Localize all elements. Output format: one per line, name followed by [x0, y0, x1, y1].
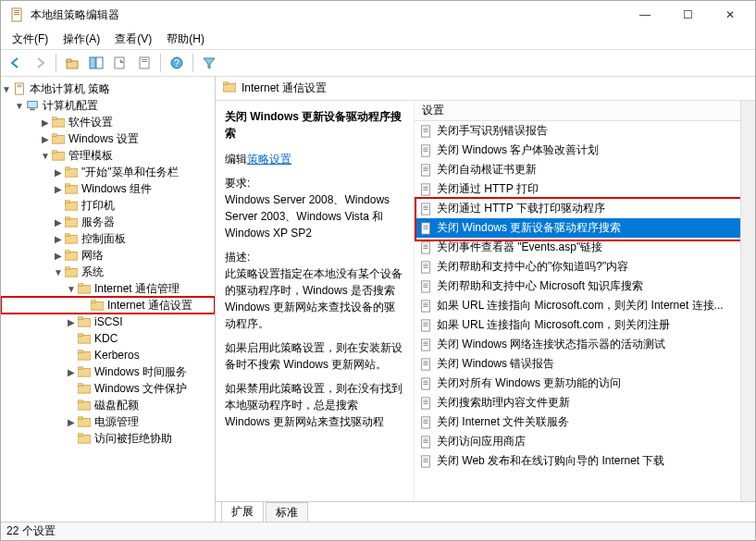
policy-icon — [418, 415, 433, 430]
tree-node[interactable]: ▶控制面板 — [1, 230, 215, 247]
expand-icon[interactable]: ▶ — [53, 234, 64, 244]
properties-button[interactable] — [133, 52, 155, 74]
setting-row[interactable]: 如果 URL 连接指向 Microsoft.com，则关闭 Internet 连… — [415, 296, 755, 315]
setting-row[interactable]: 关闭 Windows 更新设备驱动程序搜索 — [415, 218, 755, 238]
help-button[interactable]: ? — [166, 52, 188, 74]
filter-button[interactable] — [198, 52, 220, 74]
setting-row[interactable]: 关闭 Web 发布和在线订购向导的 Internet 下载 — [415, 451, 755, 471]
tree-node[interactable]: KDC — [1, 330, 215, 347]
tree-node[interactable]: ▶网络 — [1, 247, 215, 264]
expand-icon[interactable]: ▶ — [53, 167, 64, 178]
menu-item[interactable]: 帮助(H) — [161, 30, 210, 49]
tree-node-label: KDC — [94, 332, 118, 345]
setting-row[interactable]: 关闭自动根证书更新 — [415, 160, 755, 179]
expand-icon[interactable]: ▶ — [66, 417, 77, 427]
expand-icon[interactable]: ▶ — [66, 367, 77, 377]
tree-node[interactable]: ▼计算机配置 — [1, 97, 215, 114]
svg-rect-68 — [423, 151, 428, 152]
tree-node[interactable]: Windows 文件保护 — [1, 380, 215, 397]
setting-row[interactable]: 关闭搜索助理内容文件更新 — [415, 393, 755, 412]
tree-pane[interactable]: ▼本地计算机 策略▼计算机配置▶软件设置▶Windows 设置▼管理模板▶"开始… — [1, 77, 216, 522]
maximize-button[interactable]: ☐ — [666, 1, 709, 29]
tree-node[interactable]: Kerberos — [1, 347, 215, 363]
expand-icon[interactable]: ▶ — [53, 251, 64, 261]
minimize-button[interactable]: — — [624, 1, 666, 29]
expand-icon[interactable]: ▶ — [40, 134, 51, 144]
tree-node-label: iSCSI — [94, 315, 123, 328]
tree-node[interactable]: ▶Windows 组件 — [1, 180, 215, 197]
menu-item[interactable]: 文件(F) — [6, 30, 54, 49]
svg-rect-130 — [423, 458, 428, 459]
svg-rect-83 — [423, 227, 428, 227]
tree-node[interactable]: ▼Internet 通信管理 — [1, 280, 215, 297]
expand-icon[interactable]: ▶ — [66, 317, 77, 327]
tree-node[interactable]: ▼本地计算机 策略 — [1, 80, 215, 97]
svg-rect-49 — [78, 369, 91, 377]
tree-node[interactable]: 磁盘配额 — [1, 397, 215, 413]
edit-policy-link[interactable]: 策略设置 — [247, 153, 291, 166]
setting-row[interactable]: 关闭事件查看器 "Events.asp"链接 — [415, 238, 755, 257]
toolbar: ? — [1, 49, 755, 77]
setting-row[interactable]: 关闭通过 HTTP 打印 — [415, 179, 755, 199]
setting-row[interactable]: 关闭帮助和支持中心 Microsoft 知识库搜索 — [415, 277, 755, 296]
expand-icon[interactable]: ▶ — [53, 217, 64, 227]
tree-node[interactable]: ▶服务器 — [1, 214, 215, 230]
setting-row[interactable]: 关闭手写识别错误报告 — [415, 121, 755, 141]
show-hide-tree-button[interactable] — [85, 52, 107, 74]
up-button[interactable] — [61, 52, 83, 74]
forward-button[interactable] — [29, 52, 51, 74]
tree-node[interactable]: ▶电源管理 — [1, 413, 215, 430]
tree-node[interactable]: ▼管理模板 — [1, 147, 215, 164]
folder-icon — [77, 349, 92, 362]
menu-item[interactable]: 操作(A) — [57, 30, 105, 49]
tab-extended[interactable]: 扩展 — [221, 501, 264, 522]
tab-standard[interactable]: 标准 — [266, 502, 308, 522]
settings-column-header[interactable]: 设置 — [415, 101, 755, 121]
description-text-3: 如果禁用此策略设置，则在没有找到本地驱动程序时，总是搜索 Windows 更新网… — [225, 380, 404, 430]
vertical-scrollbar[interactable] — [740, 101, 755, 501]
export-list-button[interactable] — [109, 52, 131, 74]
tree-node-label: Kerberos — [94, 349, 140, 362]
setting-row[interactable]: 如果 URL 连接指向 Microsoft.com，则关闭注册 — [415, 315, 755, 335]
setting-row[interactable]: 关闭通过 HTTP 下载打印驱动程序 — [415, 199, 755, 218]
svg-rect-96 — [423, 287, 428, 288]
expand-icon[interactable]: ▶ — [40, 117, 51, 128]
policy-icon — [418, 299, 433, 314]
tree-node[interactable]: ▶Windows 时间服务 — [1, 363, 215, 380]
collapse-icon[interactable]: ▼ — [1, 84, 12, 94]
tree-node[interactable]: ▼系统 — [1, 264, 215, 280]
tree-node[interactable]: 打印机 — [1, 197, 215, 214]
setting-row[interactable]: 关闭访问应用商店 — [415, 432, 755, 451]
setting-row[interactable]: 关闭 Windows 错误报告 — [415, 354, 755, 374]
svg-rect-124 — [423, 423, 428, 424]
svg-rect-71 — [423, 168, 428, 169]
folder-icon — [64, 166, 79, 178]
close-button[interactable]: ✕ — [709, 1, 751, 29]
tree-node[interactable]: Internet 通信设置 — [1, 297, 215, 314]
setting-row[interactable]: 关闭 Windows 网络连接状态指示器的活动测试 — [415, 335, 755, 354]
folder-icon — [90, 299, 105, 312]
svg-rect-32 — [65, 217, 69, 220]
menu-item[interactable]: 查看(V) — [109, 30, 157, 49]
setting-row[interactable]: 关闭帮助和支持中心的"你知道吗?"内容 — [415, 257, 755, 277]
expand-icon[interactable]: ▶ — [53, 184, 64, 194]
tree-node[interactable]: ▶Windows 设置 — [1, 130, 215, 147]
svg-rect-82 — [423, 225, 428, 226]
back-button[interactable] — [5, 52, 27, 74]
tree-node[interactable]: 访问被拒绝协助 — [1, 430, 215, 447]
tree-node[interactable]: ▶"开始"菜单和任务栏 — [1, 164, 215, 180]
setting-row[interactable]: 关闭 Internet 文件关联服务 — [415, 412, 755, 432]
collapse-icon[interactable]: ▼ — [40, 151, 51, 161]
setting-label: 如果 URL 连接指向 Microsoft.com，则关闭 Internet 连… — [437, 298, 724, 314]
collapse-icon[interactable]: ▼ — [66, 284, 77, 294]
setting-row[interactable]: 关闭对所有 Windows 更新功能的访问 — [415, 374, 755, 393]
tree-node[interactable]: ▶软件设置 — [1, 114, 215, 130]
settings-list[interactable]: 关闭手写识别错误报告关闭 Windows 客户体验改善计划关闭自动根证书更新关闭… — [415, 121, 755, 501]
description-label: 描述: — [225, 251, 250, 264]
tree-node[interactable]: ▶iSCSI — [1, 314, 215, 330]
collapse-icon[interactable]: ▼ — [53, 267, 64, 277]
collapse-icon[interactable]: ▼ — [14, 101, 25, 111]
setting-label: 关闭自动根证书更新 — [437, 162, 537, 178]
svg-rect-75 — [423, 188, 428, 189]
setting-row[interactable]: 关闭 Windows 客户体验改善计划 — [415, 141, 755, 160]
